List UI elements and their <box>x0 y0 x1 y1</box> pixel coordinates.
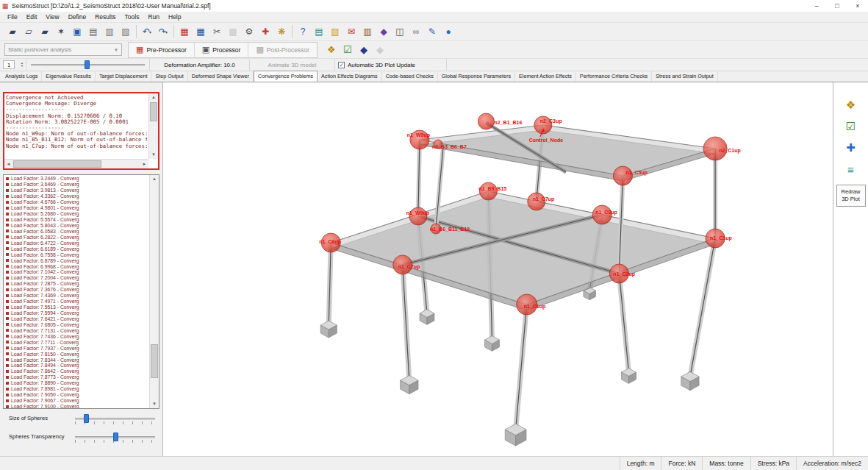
show-layers-button[interactable]: ≡ <box>842 160 861 179</box>
load-factor-item[interactable]: Load Factor: 3.2449 - Converg <box>4 176 148 182</box>
show-axes-button[interactable]: ✚ <box>842 138 861 157</box>
deformation-amplifier-field[interactable]: Deformation Amplifier: 10.0 <box>150 59 250 71</box>
load-factor-item[interactable]: Load Factor: 7.7937 - Converg <box>4 345 148 351</box>
redo-button[interactable]: ↷▾ <box>156 24 171 39</box>
load-factor-item[interactable]: Load Factor: 7.9067 - Converg <box>4 398 148 404</box>
load-factor-item[interactable]: Load Factor: 7.5513 - Converg <box>4 305 148 310</box>
node-sphere[interactable] <box>479 182 497 200</box>
tab-element-action-effects[interactable]: Element Action Effects <box>515 71 576 82</box>
menu-item-edit[interactable]: Edit <box>22 13 42 21</box>
tab-global-response-parameters[interactable]: Global Response Parameters <box>438 71 515 82</box>
link-button[interactable]: ∞ <box>409 24 423 39</box>
load-factor-item[interactable]: Load Factor: 7.8981 - Converg <box>4 386 148 392</box>
scroll-left-arrow-icon[interactable]: ◄ <box>4 160 12 168</box>
load-factor-item[interactable]: Load Factor: 5.8043 - Converg <box>4 223 148 229</box>
step-spinner[interactable]: 1 ▴▾ <box>0 59 26 71</box>
open-project-button[interactable]: ▱ <box>21 24 36 39</box>
animate-3d-model-toggle[interactable]: Animate 3D model <box>250 59 335 71</box>
load-factor-item[interactable]: Load Factor: 6.2822 - Converg <box>4 234 148 240</box>
web-globe-button[interactable]: ● <box>441 24 456 39</box>
building-modeller-button[interactable]: ▦ <box>177 24 192 39</box>
load-factor-item[interactable]: Load Factor: 7.8494 - Converg <box>4 363 148 368</box>
load-factor-item[interactable]: Load Factor: 6.4722 - Converg <box>4 240 148 246</box>
element-cut-button[interactable]: ✂ <box>209 24 224 39</box>
load-factor-item[interactable]: Load Factor: 7.8773 - Converg <box>4 374 148 380</box>
node-sphere[interactable] <box>613 166 632 185</box>
menu-item-define[interactable]: Define <box>64 13 91 21</box>
menu-item-tools[interactable]: Tools <box>121 13 144 21</box>
size-of-spheres-slider[interactable] <box>73 413 157 424</box>
menu-item-results[interactable]: Results <box>90 13 120 21</box>
scrollbar-thumb[interactable] <box>151 344 158 378</box>
spheres-transparency-slider[interactable] <box>73 432 157 442</box>
load-factor-item[interactable]: Load Factor: 7.6421 - Converg <box>4 316 148 322</box>
load-factor-item[interactable]: Load Factor: 7.8890 - Converg <box>4 380 148 386</box>
analysis-tools-button[interactable]: ✚ <box>258 24 273 39</box>
copy-button[interactable]: ▥ <box>102 24 117 39</box>
minimize-button[interactable]: – <box>806 0 827 12</box>
criteria-checks-button[interactable]: ☑ <box>842 117 861 136</box>
load-factor-item[interactable]: Load Factor: 4.9801 - Converg <box>4 205 148 211</box>
load-factor-item[interactable]: Load Factor: 6.8789 - Converg <box>4 257 148 263</box>
load-factor-item[interactable]: Load Factor: 6.9968 - Converg <box>4 263 148 269</box>
slider-thumb[interactable] <box>84 414 89 423</box>
paste-button[interactable]: ▧ <box>118 24 133 39</box>
scroll-right-arrow-icon[interactable]: ► <box>140 160 148 168</box>
dropdown-arrow-icon[interactable]: ▾ <box>149 29 151 35</box>
wizard-table-button[interactable]: ▦ <box>193 24 208 39</box>
load-factor-item[interactable]: Load Factor: 7.7131 - Converg <box>4 327 148 333</box>
convergence-log-box[interactable]: Convergence not AchievedConvergence Mess… <box>3 92 159 170</box>
scroll-down-arrow-icon[interactable]: ▼ <box>150 400 159 408</box>
load-factor-item[interactable]: Load Factor: 6.7558 - Converg <box>4 252 148 257</box>
load-factor-item[interactable]: Load Factor: 4.3362 - Converg <box>4 193 148 199</box>
scroll-up-arrow-icon[interactable]: ▲ <box>150 175 159 183</box>
menu-item-run[interactable]: Run <box>143 13 164 21</box>
stereo-view-button[interactable]: ◫ <box>392 24 407 39</box>
spinner-arrows-icon[interactable]: ▴▾ <box>21 62 23 68</box>
checks-report-button[interactable]: ☑ <box>340 42 356 58</box>
node-sphere[interactable] <box>528 193 545 210</box>
close-button[interactable]: × <box>847 0 868 12</box>
tab-code-based-checks[interactable]: Code-based Checks <box>382 71 438 82</box>
load-factor-item[interactable]: Load Factor: 7.3676 - Converg <box>4 287 148 293</box>
undo-button[interactable]: ↶▾ <box>140 24 154 39</box>
load-factor-item[interactable]: Load Factor: 7.2004 - Converg <box>4 275 148 281</box>
vertical-scrollbar[interactable]: ▲ ▼ <box>149 175 159 408</box>
checkbox-checked-icon[interactable]: ✓ <box>338 62 345 68</box>
plot-options-button[interactable]: ❖ <box>842 96 861 115</box>
feedback-mail-button[interactable]: ✉ <box>344 24 359 39</box>
animation-speed-slider[interactable] <box>29 60 146 70</box>
processor-button[interactable]: ▣ Processor <box>195 43 249 57</box>
show-3d-plot-button[interactable]: ❖ <box>323 42 340 58</box>
project-settings-button[interactable]: ⚙ <box>242 24 257 39</box>
maximize-button[interactable]: □ <box>827 0 847 12</box>
post-processor-button[interactable]: ▩ Post-Processor <box>248 43 317 57</box>
tab-step-output[interactable]: Step Output <box>151 71 187 82</box>
menu-item-file[interactable]: File <box>3 13 22 21</box>
plot-3d-canvas[interactable]: n1_W9upn2_B1_B16n2_C3upn2_B3_B6_B7n2_C1u… <box>163 82 833 456</box>
load-factor-item[interactable]: Load Factor: 7.7436 - Converg <box>4 333 148 339</box>
scrollbar-thumb[interactable] <box>150 102 157 121</box>
export-folder-button[interactable]: ▨ <box>328 24 342 39</box>
tab-analysis-logs[interactable]: Analysis Logs <box>1 71 42 82</box>
node-sphere[interactable] <box>592 205 611 224</box>
tab-target-displacement[interactable]: Target Displacement <box>96 71 152 82</box>
load-factor-item[interactable]: Load Factor: 7.9050 - Converg <box>4 392 148 398</box>
tab-stress-and-strain-output[interactable]: Stress and Strain Output <box>652 71 718 82</box>
slider-thumb[interactable] <box>85 60 90 69</box>
load-factor-item[interactable]: Load Factor: 7.6805 - Converg <box>4 321 148 327</box>
load-factor-item[interactable]: Load Factor: 4.6766 - Converg <box>4 199 148 205</box>
load-factor-item[interactable]: Load Factor: 5.5574 - Converg <box>4 217 148 223</box>
tab-performance-criteria-checks[interactable]: Performance Criteria Checks <box>576 71 652 82</box>
tab-convergence-problems[interactable]: Convergence Problems <box>254 71 318 82</box>
load-factor-item[interactable]: Load Factor: 7.5994 - Converg <box>4 310 148 316</box>
load-factor-item[interactable]: Load Factor: 7.4971 - Converg <box>4 299 148 305</box>
load-factor-item[interactable]: Load Factor: 7.8150 - Converg <box>4 351 148 357</box>
tutorials-button[interactable]: ▤ <box>312 24 326 39</box>
slider-thumb[interactable] <box>113 432 118 441</box>
step-spinner-value[interactable]: 1 <box>3 60 15 69</box>
tab-deformed-shape-viewer[interactable]: Deformed Shape Viewer <box>188 71 254 82</box>
load-factor-item[interactable]: Load Factor: 7.2875 - Converg <box>4 281 148 287</box>
load-factor-item[interactable]: Load Factor: 5.2680 - Converg <box>4 211 148 217</box>
vertical-scrollbar[interactable]: ▲ ▼ <box>148 93 158 159</box>
